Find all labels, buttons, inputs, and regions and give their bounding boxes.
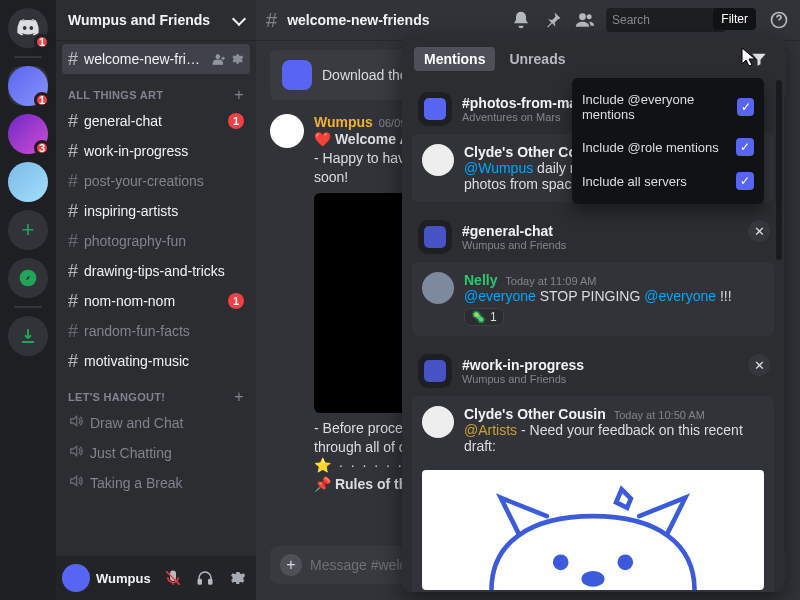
app-icon (282, 60, 312, 90)
members-button[interactable] (574, 9, 596, 31)
hash-icon: # (68, 351, 78, 372)
rail-separator (14, 306, 42, 308)
channel-name: drawing-tips-and-tricks (84, 263, 244, 279)
pin-emoji: 📌 (314, 476, 331, 492)
text-channel[interactable]: #work-in-progress (62, 136, 250, 166)
channel-name: Draw and Chat (90, 415, 244, 431)
svg-point-1 (216, 54, 221, 59)
tab-unreads[interactable]: Unreads (499, 47, 575, 71)
user-settings-button[interactable] (224, 565, 250, 591)
scrollbar-thumb[interactable] (776, 80, 782, 260)
download-button[interactable] (8, 316, 48, 356)
filter-option[interactable]: Include all servers ✓ (572, 164, 764, 198)
hash-icon: # (68, 321, 78, 342)
voice-channel[interactable]: Just Chatting (62, 438, 250, 468)
hash-icon: # (68, 111, 78, 132)
bell-icon (511, 10, 531, 30)
category-name: LET'S HANGOUT! (68, 391, 165, 403)
plus-icon[interactable]: + (234, 86, 244, 104)
voice-channel[interactable]: Draw and Chat (62, 408, 250, 438)
inbox-server: Wumpus and Friends (462, 239, 566, 251)
server-item-active[interactable]: 1 (8, 66, 48, 106)
channel-title: welcome-new-friends (287, 12, 429, 28)
channel-selected[interactable]: # welcome-new-frie… (62, 44, 250, 74)
notifications-button[interactable] (510, 9, 532, 31)
reaction-emoji: 🦠 (471, 310, 486, 324)
text-channel[interactable]: #post-your-creations (62, 166, 250, 196)
server-badge: 3 (34, 140, 50, 156)
people-icon (575, 10, 595, 30)
scrollbar[interactable] (776, 80, 782, 586)
category-name: ALL THINGS ART (68, 89, 163, 101)
compass-icon (18, 268, 38, 288)
pinned-button[interactable] (542, 9, 564, 31)
text-channel[interactable]: #general-chat1 (62, 106, 250, 136)
attach-button[interactable]: + (280, 554, 302, 576)
text-channel[interactable]: #inspiring-artists (62, 196, 250, 226)
text-channel[interactable]: #photography-fun (62, 226, 250, 256)
filter-option[interactable]: Include @everyone mentions ✓ (572, 84, 764, 130)
dismiss-button[interactable]: ✕ (748, 220, 770, 242)
explore-button[interactable] (8, 258, 48, 298)
mention[interactable]: @everyone (644, 288, 716, 304)
server-icon (418, 354, 452, 388)
gear-icon[interactable] (230, 52, 244, 66)
speaker-icon (68, 413, 84, 429)
inbox-message[interactable]: Nelly Today at 11:09 AM @everyone STOP P… (412, 262, 774, 336)
channel-sidebar: Wumpus and Friends # welcome-new-frie… A… (56, 0, 256, 600)
author-avatar[interactable] (270, 114, 304, 148)
hash-icon: # (68, 141, 78, 162)
user-avatar[interactable] (62, 564, 90, 592)
message-timestamp: Today at 11:09 AM (505, 275, 596, 287)
category-header[interactable]: ALL THINGS ART + (62, 74, 250, 106)
channel-name: post-your-creations (84, 173, 244, 189)
mute-mic-button[interactable] (160, 565, 186, 591)
inbox-message[interactable]: Clyde's Other Cousin Today at 10:50 AM @… (412, 396, 774, 592)
checkbox-checked-icon: ✓ (736, 138, 754, 156)
headphones-icon (196, 569, 214, 587)
mention-badge: 1 (228, 113, 244, 129)
dismiss-button[interactable]: ✕ (748, 354, 770, 376)
text-channel[interactable]: #motivating-music (62, 346, 250, 376)
image-attachment[interactable] (422, 470, 764, 590)
server-item[interactable] (8, 162, 48, 202)
category-header[interactable]: LET'S HANGOUT! + (62, 376, 250, 408)
mention[interactable]: @everyone (464, 288, 536, 304)
channel-name: photography-fun (84, 233, 244, 249)
speaker-icon (68, 443, 84, 464)
text-channel[interactable]: #drawing-tips-and-tricks (62, 256, 250, 286)
svg-point-6 (587, 14, 592, 19)
tab-mentions[interactable]: Mentions (414, 47, 495, 71)
home-button[interactable]: 1 (8, 8, 48, 48)
add-server-button[interactable]: + (8, 210, 48, 250)
server-item[interactable]: 3 (8, 114, 48, 154)
server-header[interactable]: Wumpus and Friends (56, 0, 256, 40)
role-mention[interactable]: @Artists (464, 422, 517, 438)
inbox-group-header[interactable]: #general-chat Wumpus and Friends ✕ (412, 210, 774, 260)
add-person-icon[interactable] (212, 52, 226, 66)
reaction[interactable]: 🦠 1 (464, 308, 504, 326)
filter-label: Include @everyone mentions (582, 92, 737, 122)
server-rail: 1 1 3 + (0, 0, 56, 600)
text-channel[interactable]: #random-fun-facts (62, 316, 250, 346)
author-avatar (422, 272, 454, 304)
channel-list: # welcome-new-frie… ALL THINGS ART + #ge… (56, 40, 256, 556)
svg-point-9 (620, 557, 631, 568)
voice-channel[interactable]: Taking a Break (62, 468, 250, 498)
channel-name: Taking a Break (90, 475, 244, 491)
search-input[interactable]: Search (606, 8, 726, 32)
channel-name: welcome-new-frie… (84, 51, 206, 67)
filter-option[interactable]: Include @role mentions ✓ (572, 130, 764, 164)
author-name[interactable]: Wumpus (314, 114, 373, 130)
mention[interactable]: @Wumpus (464, 160, 533, 176)
speaker-icon (68, 473, 84, 494)
hash-icon: # (68, 49, 78, 70)
inbox-group-header[interactable]: #work-in-progress Wumpus and Friends ✕ (412, 344, 774, 394)
channel-name: inspiring-artists (84, 203, 244, 219)
help-button[interactable] (768, 9, 790, 31)
plus-icon[interactable]: + (234, 388, 244, 406)
hash-icon: # (68, 291, 78, 312)
text-channel[interactable]: #nom-nom-nom1 (62, 286, 250, 316)
chevron-down-icon (234, 14, 244, 26)
deafen-button[interactable] (192, 565, 218, 591)
